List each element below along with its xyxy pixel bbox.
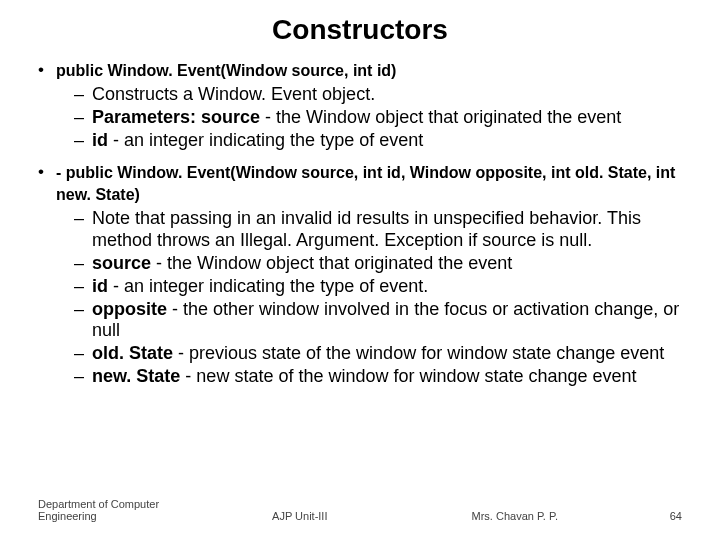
sub-item: new. State - new state of the window for…: [74, 366, 686, 388]
bullet-list: public Window. Event(Window source, int …: [34, 60, 686, 388]
slide-body: public Window. Event(Window source, int …: [34, 60, 686, 388]
slide-title: Constructors: [34, 14, 686, 46]
footer-author: Mrs. Chavan P. P.: [472, 510, 558, 522]
sub-item: Constructs a Window. Event object.: [74, 84, 686, 106]
slide-footer: Department of Computer Engineering AJP U…: [0, 498, 720, 522]
sub-item: id - an integer indicating the type of e…: [74, 276, 686, 298]
footer-page-number: 64: [642, 510, 682, 522]
sub-item: Note that passing in an invalid id resul…: [74, 208, 686, 252]
slide: Constructors public Window. Event(Window…: [0, 0, 720, 540]
sub-item: opposite - the other window involved in …: [74, 299, 686, 343]
sub-item: Parameters: source - the Window object t…: [74, 107, 686, 129]
sub-item: source - the Window object that originat…: [74, 253, 686, 275]
constructor-item: - public Window. Event(Window source, in…: [34, 162, 686, 389]
sub-list: Constructs a Window. Event object. Param…: [56, 84, 686, 152]
sub-item: id - an integer indicating the type of e…: [74, 130, 686, 152]
sub-list: Note that passing in an invalid id resul…: [56, 208, 686, 389]
constructor-signature: - public Window. Event(Window source, in…: [56, 164, 675, 203]
sub-item: old. State - previous state of the windo…: [74, 343, 686, 365]
constructor-item: public Window. Event(Window source, int …: [34, 60, 686, 152]
constructor-signature: public Window. Event(Window source, int …: [56, 62, 396, 79]
footer-department: Department of Computer Engineering: [38, 498, 188, 522]
footer-unit: AJP Unit-III: [272, 510, 327, 522]
